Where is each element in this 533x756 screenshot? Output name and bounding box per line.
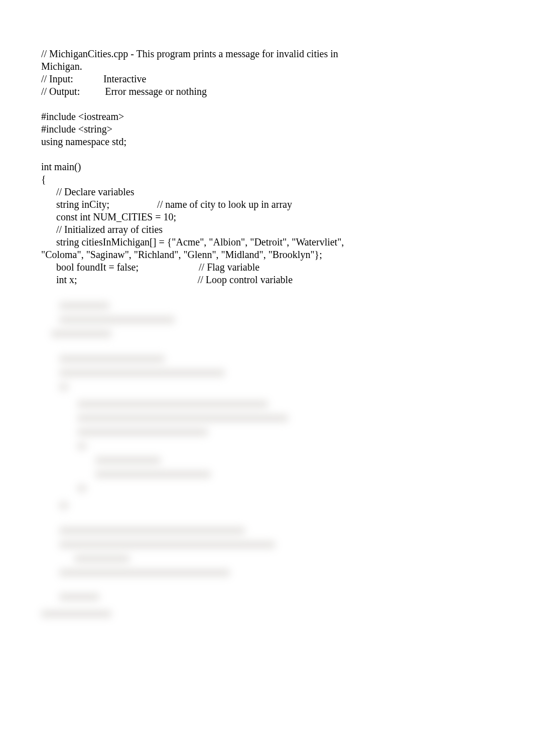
blurred-code-region: [41, 300, 492, 622]
document-page: // MichiganCities.cpp - This program pri…: [0, 0, 533, 622]
code-line: "Coloma", "Saginaw", "Richland", "Glenn"…: [41, 249, 322, 260]
code-line: bool foundIt = false; // Flag variable: [41, 262, 259, 273]
code-block: // MichiganCities.cpp - This program pri…: [41, 35, 492, 286]
code-line: #include <iostream>: [41, 111, 124, 122]
code-line: #include <string>: [41, 123, 112, 135]
code-line: // Input: Interactive: [41, 73, 146, 84]
code-line: int main(): [41, 161, 81, 172]
code-line: // Initialized array of cities: [41, 224, 163, 235]
code-line: string citiesInMichigan[] = {"Acme", "Al…: [41, 236, 344, 247]
code-line: string inCity; // name of city to look u…: [41, 199, 292, 210]
code-line: int x; // Loop control variable: [41, 274, 293, 285]
code-line: // MichiganCities.cpp - This program pri…: [41, 48, 338, 59]
code-line: Michigan.: [41, 61, 82, 72]
code-line: // Declare variables: [41, 186, 134, 197]
code-line: using namespace std;: [41, 136, 126, 147]
code-line: const int NUM_CITIES = 10;: [41, 211, 176, 222]
code-line: {: [41, 174, 46, 185]
code-line: // Output: Error message or nothing: [41, 86, 207, 97]
